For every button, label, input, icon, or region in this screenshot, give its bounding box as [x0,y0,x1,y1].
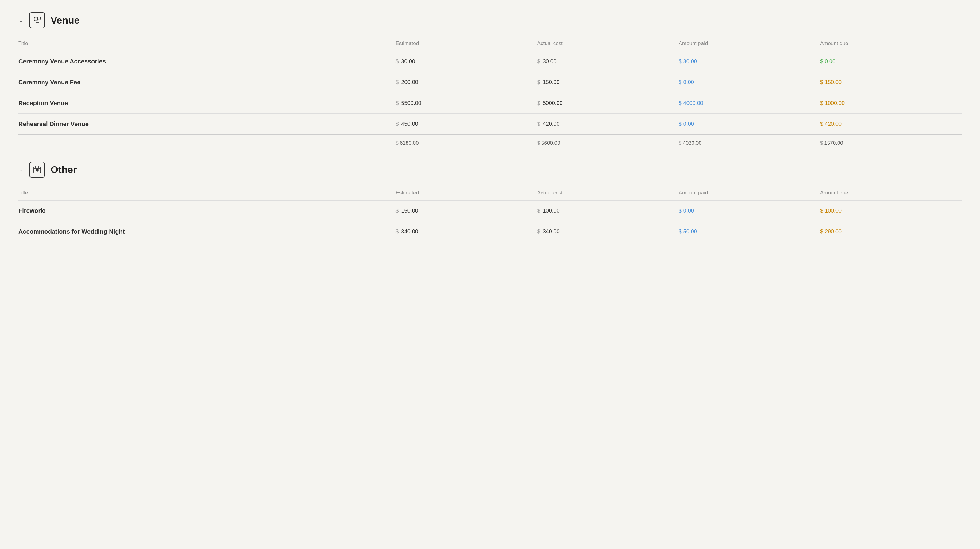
row-amount-paid: $ 0.00 [679,72,820,93]
table-row: Ceremony Venue Fee$200.00$150.00$ 0.00$ … [18,72,962,93]
row-actual: $340.00 [537,221,679,242]
venue-col-actual: Actual cost [537,37,679,51]
other-chevron-icon[interactable]: ⌄ [18,166,24,173]
row-title: Accommodations for Wedding Night [18,221,396,242]
venue-totals-row: $6180.00 $5600.00 $4030.00 $1570.00 [18,135,962,147]
other-col-paid: Amount paid [679,187,820,201]
other-col-estimated: Estimated [396,187,537,201]
row-title: Reception Venue [18,93,396,114]
venue-section: ⌄ Venue Title Estimated Actual cost Amou… [18,12,962,146]
venue-totals-label [18,135,396,147]
row-actual: $30.00 [537,51,679,72]
row-amount-due: $ 420.00 [820,114,962,135]
row-amount-due: $ 1000.00 [820,93,962,114]
row-amount-due: $ 290.00 [820,221,962,242]
venue-table: Title Estimated Actual cost Amount paid … [18,37,962,146]
row-title: Ceremony Venue Accessories [18,51,396,72]
venue-total-estimated: $6180.00 [396,135,537,147]
row-estimated: $30.00 [396,51,537,72]
venue-total-due: $1570.00 [820,135,962,147]
table-row: Firework!$150.00$100.00$ 0.00$ 100.00 [18,201,962,221]
row-actual: $100.00 [537,201,679,221]
venue-col-paid: Amount paid [679,37,820,51]
row-estimated: $450.00 [396,114,537,135]
other-col-title: Title [18,187,396,201]
row-estimated: $5500.00 [396,93,537,114]
row-actual: $5000.00 [537,93,679,114]
venue-section-header: ⌄ Venue [18,12,962,28]
other-section-title: Other [51,164,77,175]
row-title: Firework! [18,201,396,221]
row-estimated: $340.00 [396,221,537,242]
venue-col-due: Amount due [820,37,962,51]
row-amount-due: $ 100.00 [820,201,962,221]
venue-chevron-icon[interactable]: ⌄ [18,17,24,24]
row-title: Rehearsal Dinner Venue [18,114,396,135]
row-amount-paid: $ 0.00 [679,201,820,221]
venue-total-paid: $4030.00 [679,135,820,147]
table-row: Reception Venue$5500.00$5000.00$ 4000.00… [18,93,962,114]
table-row: Rehearsal Dinner Venue$450.00$420.00$ 0.… [18,114,962,135]
row-actual: $150.00 [537,72,679,93]
other-icon [29,162,45,178]
other-col-actual: Actual cost [537,187,679,201]
row-amount-paid: $ 50.00 [679,221,820,242]
other-section: ⌄ Other Title Estimated Actual cost Amou… [18,162,962,242]
row-amount-paid: $ 4000.00 [679,93,820,114]
venue-col-estimated: Estimated [396,37,537,51]
venue-icon [29,12,45,28]
venue-section-title: Venue [51,15,80,26]
other-section-header: ⌄ Other [18,162,962,178]
row-amount-paid: $ 0.00 [679,114,820,135]
row-title: Ceremony Venue Fee [18,72,396,93]
other-col-due: Amount due [820,187,962,201]
row-amount-due: $ 0.00 [820,51,962,72]
row-amount-paid: $ 30.00 [679,51,820,72]
row-estimated: $200.00 [396,72,537,93]
row-actual: $420.00 [537,114,679,135]
venue-col-title: Title [18,37,396,51]
row-amount-due: $ 150.00 [820,72,962,93]
svg-point-0 [34,17,38,21]
other-table: Title Estimated Actual cost Amount paid … [18,187,962,242]
row-estimated: $150.00 [396,201,537,221]
table-row: Accommodations for Wedding Night$340.00$… [18,221,962,242]
venue-total-actual: $5600.00 [537,135,679,147]
table-row: Ceremony Venue Accessories$30.00$30.00$ … [18,51,962,72]
